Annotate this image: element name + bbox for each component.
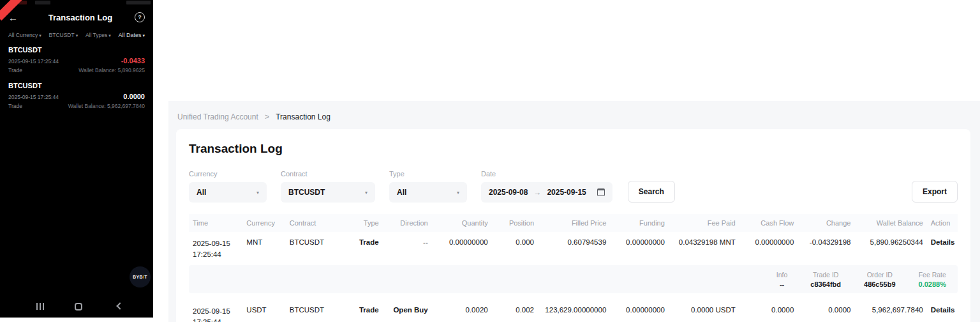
- cell-filled-price: 0.60794539: [538, 232, 610, 265]
- back-nav-icon[interactable]: [116, 302, 123, 309]
- cell-funding: 0.00000000: [610, 232, 669, 265]
- contract-label: Contract: [281, 170, 375, 178]
- filter-contract[interactable]: BTCUSDT▾: [49, 32, 78, 38]
- symbol-label: BTCUSDT: [8, 46, 145, 54]
- breadcrumb: Unified Trading Account > Transaction Lo…: [168, 101, 980, 121]
- cell-quantity: 0.0020: [432, 300, 492, 322]
- type-filter-group: Type All ▾: [389, 170, 467, 203]
- detail-order-id: Order ID 486c55b9: [864, 271, 896, 288]
- cell-cash-flow: 0.0000: [739, 300, 798, 322]
- type-select[interactable]: All ▾: [389, 182, 467, 203]
- col-fee-paid: Fee Paid: [669, 214, 739, 232]
- wallet-balance: Wallet Balance: 5,962,697.7840: [68, 103, 145, 109]
- caret-down-icon: ▾: [76, 33, 78, 38]
- contract-select[interactable]: BTCUSDT ▾: [281, 182, 375, 203]
- currency-value: All: [197, 188, 206, 197]
- wallet-balance: Wallet Balance: 5,890.9625: [78, 67, 145, 73]
- breadcrumb-parent[interactable]: Unified Trading Account: [177, 112, 258, 121]
- date-filter-group: Date 2025-09-08 → 2025-09-15: [481, 170, 612, 203]
- filter-label: All Dates: [118, 32, 141, 38]
- col-action: Action: [927, 214, 958, 232]
- details-link[interactable]: Details: [927, 232, 958, 265]
- caret-down-icon: ▾: [256, 190, 259, 195]
- change-value: -0.0433: [121, 57, 145, 65]
- cell-wallet-balance: 5,962,697.7840: [854, 300, 926, 322]
- cell-position: 0.002: [492, 300, 538, 322]
- col-direction: Direction: [383, 214, 432, 232]
- cell-funding: 0.00000000: [610, 300, 669, 322]
- filter-label: All Currency: [8, 32, 38, 38]
- cell-direction: Open Buy: [383, 300, 432, 322]
- filter-all-types[interactable]: All Types▾: [85, 32, 111, 38]
- transaction-log-card: Transaction Log Currency All ▾ Contract …: [176, 129, 970, 322]
- col-wallet-balance: Wallet Balance: [854, 214, 926, 232]
- filter-row: Currency All ▾ Contract BTCUSDT ▾ Type A…: [189, 170, 958, 203]
- back-icon[interactable]: ←: [8, 12, 26, 23]
- caret-down-icon: ▾: [142, 33, 145, 38]
- type-value: All: [397, 188, 406, 197]
- mobile-page-title: Transaction Log: [26, 13, 135, 22]
- cell-type: Trade: [341, 232, 383, 265]
- cell-wallet-balance: 5,890.96250344: [854, 232, 926, 265]
- bybit-floating-badge[interactable]: BYBIT: [130, 266, 151, 288]
- home-icon[interactable]: [75, 303, 82, 310]
- cell-type: Trade: [341, 300, 383, 322]
- desktop-panel: Unified Trading Account > Transaction Lo…: [168, 101, 980, 322]
- filter-all-currency[interactable]: All Currency▾: [8, 32, 41, 38]
- cell-fee-paid: 0.0000 USDT: [669, 300, 739, 322]
- type-label: Trade: [8, 103, 22, 109]
- filter-all-dates[interactable]: All Dates▾: [118, 32, 145, 38]
- cell-quantity: 0.00000000: [432, 232, 492, 265]
- details-link[interactable]: Details: [927, 300, 958, 322]
- range-arrow-icon: →: [533, 188, 541, 197]
- date-range-input[interactable]: 2025-09-08 → 2025-09-15: [481, 182, 612, 203]
- col-change: Change: [798, 214, 854, 232]
- cell-change: -0.04329198: [798, 232, 854, 265]
- col-filled-price: Filled Price: [538, 214, 610, 232]
- caret-down-icon: ▾: [108, 33, 111, 38]
- table-row: 2025-09-15 17:25:44 USDT BTCUSDT Trade O…: [189, 300, 958, 322]
- symbol-label: BTCUSDT: [8, 82, 145, 89]
- table-row: 2025-09-15 17:25:44 MNT BTCUSDT Trade --…: [189, 232, 958, 265]
- badge-text: T: [144, 275, 147, 279]
- help-icon[interactable]: ?: [135, 12, 145, 22]
- currency-select[interactable]: All ▾: [189, 182, 267, 203]
- mobile-app-screen: ← Transaction Log ? All Currency▾ BTCUSD…: [0, 0, 153, 318]
- currency-label: Currency: [189, 170, 267, 178]
- breadcrumb-separator-icon: >: [265, 112, 269, 121]
- cell-time: 2025-09-15 17:25:44: [189, 232, 242, 265]
- col-funding: Funding: [610, 214, 669, 232]
- detail-band: Info -- Trade ID c8364fbd Order ID 486c5…: [189, 265, 958, 293]
- mobile-filter-bar: All Currency▾ BTCUSDT▾ All Types▾ All Da…: [0, 32, 153, 38]
- timestamp: 2025-09-15 17:25:44: [8, 58, 59, 65]
- detail-trade-id: Trade ID c8364fbd: [810, 271, 841, 288]
- date-start: 2025-09-08: [489, 188, 528, 197]
- cell-direction: --: [383, 232, 432, 265]
- android-nav-bar: [0, 300, 153, 314]
- cell-currency: USDT: [242, 300, 285, 322]
- export-button[interactable]: Export: [912, 181, 958, 203]
- breadcrumb-current: Transaction Log: [276, 112, 330, 121]
- col-contract: Contract: [286, 214, 341, 232]
- filter-label: All Types: [85, 32, 107, 38]
- search-button[interactable]: Search: [628, 181, 675, 203]
- cell-contract: BTCUSDT: [286, 232, 341, 265]
- detail-info: Info --: [776, 271, 788, 288]
- date-label: Date: [481, 170, 612, 178]
- transaction-item[interactable]: BTCUSDT 2025-09-15 17:25:44 -0.0433 Trad…: [8, 46, 145, 73]
- status-remnant: [126, 1, 151, 4]
- type-label: Type: [389, 170, 467, 178]
- cell-position: 0.000: [492, 232, 538, 265]
- date-end: 2025-09-15: [547, 188, 586, 197]
- recents-icon[interactable]: [36, 303, 44, 310]
- status-remnant: [35, 1, 50, 4]
- contract-value: BTCUSDT: [288, 188, 325, 197]
- transaction-item[interactable]: BTCUSDT 2025-09-15 17:25:44 0.0000 Trade…: [8, 82, 145, 109]
- caret-down-icon: ▾: [39, 33, 41, 38]
- cell-fee-paid: 0.04329198 MNT: [669, 232, 739, 265]
- status-bar: [0, 0, 153, 6]
- table-header-row: Time Currency Contract Type Direction Qu…: [189, 214, 958, 232]
- cell-cash-flow: 0.00000000: [739, 232, 798, 265]
- col-currency: Currency: [242, 214, 285, 232]
- detail-fee-rate: Fee Rate 0.0288%: [919, 271, 946, 288]
